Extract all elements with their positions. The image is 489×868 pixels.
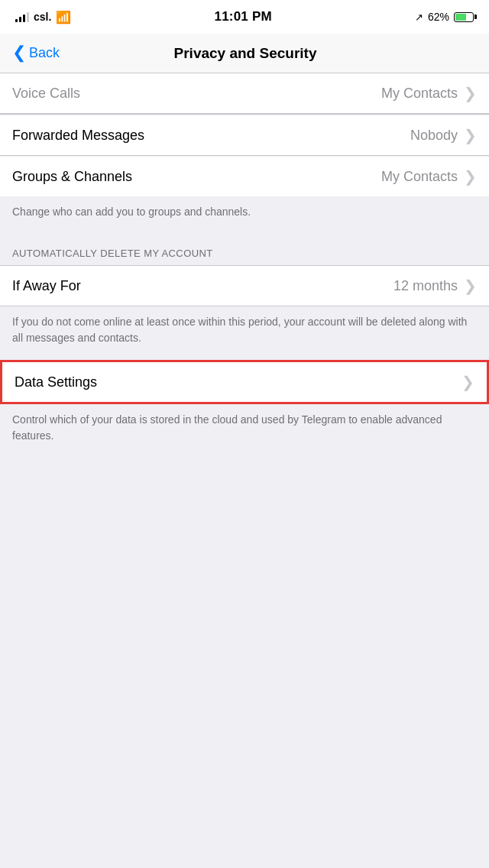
if-away-for-chevron-icon: ❯ — [464, 277, 477, 295]
groups-channels-value: My Contacts ❯ — [381, 167, 477, 186]
if-away-for-value: 12 months ❯ — [393, 277, 477, 295]
voice-calls-chevron-icon: ❯ — [464, 84, 477, 102]
if-away-for-value-text: 12 months — [393, 278, 458, 294]
data-settings-label: Data Settings — [15, 374, 97, 390]
groups-channels-chevron-icon: ❯ — [464, 167, 477, 186]
if-away-for-row[interactable]: If Away For 12 months ❯ — [0, 266, 489, 306]
location-icon: ↗ — [415, 11, 423, 23]
if-away-for-label: If Away For — [12, 278, 81, 294]
battery-icon — [454, 12, 474, 22]
groups-channels-value-text: My Contacts — [381, 169, 458, 185]
signal-bars-icon — [15, 11, 29, 22]
auto-delete-header: AUTOMATICALLY DELETE MY ACCOUNT — [0, 234, 489, 265]
forwarded-messages-value: Nobody ❯ — [410, 126, 477, 144]
data-settings-chevron-icon: ❯ — [461, 373, 474, 391]
groups-footer-text: Change who can add you to groups and cha… — [12, 206, 251, 218]
battery-percent: 62% — [428, 11, 449, 23]
wifi-icon: 📶 — [56, 10, 71, 24]
clock: 11:01 PM — [215, 9, 272, 24]
forwarded-messages-chevron-icon: ❯ — [464, 126, 477, 144]
carrier-label: csl. — [34, 11, 51, 23]
voice-calls-value-text: My Contacts — [381, 86, 458, 102]
data-settings-row[interactable]: Data Settings ❯ — [0, 360, 489, 404]
away-footer: If you do not come online at least once … — [0, 306, 489, 360]
voice-calls-label: Voice Calls — [12, 86, 80, 102]
away-footer-text: If you do not come online at least once … — [12, 316, 467, 344]
status-right: ↗ 62% — [415, 11, 474, 23]
forwarded-messages-row[interactable]: Forwarded Messages Nobody ❯ — [0, 115, 489, 155]
voice-calls-row[interactable]: Voice Calls My Contacts ❯ — [0, 73, 489, 114]
navigation-bar: ❮ Back Privacy and Security — [0, 34, 489, 73]
status-bar: csl. 📶 11:01 PM ↗ 62% — [0, 0, 489, 34]
forwarded-messages-label: Forwarded Messages — [12, 128, 144, 144]
status-left: csl. 📶 — [15, 10, 71, 24]
groups-footer: Change who can add you to groups and cha… — [0, 196, 489, 234]
auto-delete-header-text: AUTOMATICALLY DELETE MY ACCOUNT — [12, 248, 213, 259]
groups-channels-row[interactable]: Groups & Channels My Contacts ❯ — [0, 157, 489, 196]
data-footer-text: Control which of your data is stored in … — [12, 413, 442, 442]
forwarded-messages-value-text: Nobody — [410, 128, 458, 144]
voice-calls-value: My Contacts ❯ — [381, 84, 477, 102]
groups-channels-label: Groups & Channels — [12, 169, 132, 185]
page-title: Privacy and Security — [14, 45, 477, 62]
data-footer: Control which of your data is stored in … — [0, 404, 489, 458]
